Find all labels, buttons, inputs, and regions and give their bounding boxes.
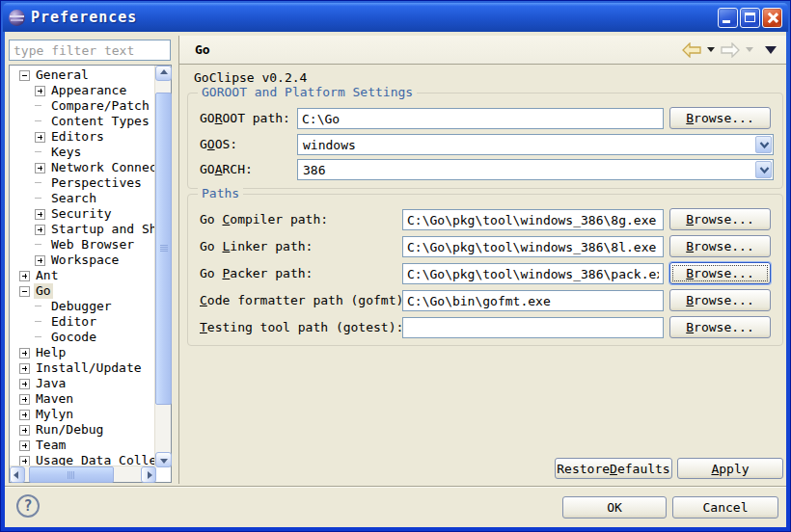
apply-button[interactable]: Apply (677, 458, 783, 479)
title-bar[interactable]: Preferences (3, 3, 788, 32)
expand-icon[interactable] (35, 209, 45, 220)
tree-item-compare-patch[interactable]: Compare/Patch (10, 98, 154, 114)
expand-icon[interactable] (35, 132, 45, 143)
tree-item-team[interactable]: Team (10, 438, 154, 453)
tree-item-help[interactable]: Help (10, 345, 154, 360)
tree-item-network-connect[interactable]: Network Connect (10, 160, 154, 175)
collapse-icon[interactable] (19, 70, 30, 81)
tree-item-label: Go (34, 283, 53, 299)
go-linker-path-label: Go Linker path: (200, 236, 313, 257)
tree-connector (35, 194, 45, 204)
expand-icon[interactable] (35, 86, 45, 96)
tree-item-perspectives[interactable]: Perspectives (10, 175, 154, 191)
tree-item-appearance[interactable]: Appearance (10, 83, 154, 98)
dropdown-button[interactable] (755, 136, 772, 153)
expand-icon[interactable] (35, 255, 45, 266)
goarch-label: GOARCH: (200, 159, 253, 180)
tree-item-maven[interactable]: Maven (10, 391, 154, 407)
scroll-right-button[interactable] (141, 466, 156, 483)
expand-icon[interactable] (35, 225, 45, 235)
tree-item-web-browser[interactable]: Web Browser (10, 237, 154, 253)
close-button[interactable] (762, 8, 782, 28)
vertical-scroll-thumb[interactable] (155, 93, 172, 405)
back-icon[interactable] (682, 42, 701, 58)
go-linker-path-input[interactable] (402, 236, 664, 257)
expand-icon[interactable] (35, 163, 45, 173)
expand-icon[interactable] (19, 456, 30, 466)
scroll-up-button[interactable] (155, 66, 172, 81)
forward-icon[interactable] (721, 42, 740, 58)
footer-separator (5, 486, 786, 488)
tree-item-security[interactable]: Security (10, 206, 154, 222)
back-menu-icon[interactable] (707, 47, 715, 52)
view-menu-icon[interactable] (765, 46, 777, 54)
eclipse-logo-icon (9, 10, 25, 26)
ok-button[interactable]: OK (562, 496, 667, 519)
code-formatter-path-gofmt-browse-button[interactable]: Browse... (669, 289, 771, 311)
testing-tool-path-gotest-browse-button[interactable]: Browse... (669, 316, 771, 338)
tree-item-editors[interactable]: Editors (10, 129, 154, 145)
scroll-left-button[interactable] (10, 466, 25, 483)
go-linker-path-browse-button[interactable]: Browse... (669, 235, 771, 257)
expand-icon[interactable] (19, 440, 30, 451)
tree-item-label: Content Types (49, 114, 151, 129)
expand-icon[interactable] (19, 379, 30, 389)
tree-item-editor[interactable]: Editor (10, 314, 154, 330)
tree-item-general[interactable]: General (10, 67, 154, 83)
goroot-path-input[interactable] (297, 108, 664, 129)
page-header: Go (179, 36, 786, 65)
testing-tool-path-gotest-input[interactable] (402, 317, 664, 338)
maximize-button[interactable] (740, 8, 760, 28)
go-compiler-path-input[interactable] (402, 209, 664, 230)
scroll-down-button[interactable] (155, 452, 172, 467)
tree-item-label: General (34, 67, 91, 83)
tree-item-install-update[interactable]: Install/Update (10, 360, 154, 376)
go-compiler-path-browse-button[interactable]: Browse... (669, 208, 771, 230)
goroot-path-label: GOROOT path: (200, 108, 290, 129)
expand-icon[interactable] (19, 363, 30, 374)
tree-item-content-types[interactable]: Content Types (10, 114, 154, 129)
tree-item-search[interactable]: Search (10, 191, 154, 206)
goos-select[interactable]: windows (297, 134, 774, 155)
tree-item-run-debug[interactable]: Run/Debug (10, 422, 154, 438)
go-packer-path-browse-button[interactable]: Browse... (669, 262, 771, 284)
goos-value: windows (298, 138, 754, 152)
forward-menu-icon[interactable] (746, 47, 753, 52)
tree-item-keys[interactable]: Keys (10, 145, 154, 160)
tree-item-label: Java (34, 376, 68, 391)
expand-icon[interactable] (19, 425, 30, 436)
restore-defaults-button[interactable]: Restore Defaults (555, 458, 672, 479)
filter-input[interactable] (9, 40, 171, 61)
goroot-path-browse-button[interactable]: Browse... (669, 107, 771, 129)
tree-item-mylyn[interactable]: Mylyn (10, 407, 154, 422)
goarch-select[interactable]: 386 (297, 159, 774, 180)
dropdown-button[interactable] (755, 161, 772, 178)
group-title: Paths (198, 186, 243, 200)
tree-horizontal-scrollbar[interactable] (10, 466, 156, 482)
expand-icon[interactable] (19, 271, 30, 281)
tree-item-gocode[interactable]: Gocode (10, 330, 154, 345)
expand-icon[interactable] (19, 394, 30, 405)
tree-item-usage-data-collect[interactable]: Usage Data Collect (10, 453, 154, 466)
goarch-value: 386 (298, 163, 754, 177)
tree-item-label: Editors (49, 129, 106, 145)
horizontal-scroll-thumb[interactable] (29, 466, 114, 483)
tree-vertical-scrollbar[interactable] (154, 66, 171, 467)
code-formatter-path-gofmt-input[interactable] (402, 290, 664, 311)
expand-icon[interactable] (19, 348, 30, 359)
tree-item-ant[interactable]: Ant (10, 268, 154, 283)
go-packer-path-input[interactable] (402, 263, 664, 284)
tree-item-startup-and-shu[interactable]: Startup and Shu (10, 222, 154, 237)
help-button[interactable]: ? (16, 494, 40, 518)
cancel-button[interactable]: Cancel (672, 496, 778, 519)
expand-icon[interactable] (19, 410, 30, 420)
tree-item-go[interactable]: Go (10, 283, 154, 299)
tree-item-label: Network Connect (49, 160, 154, 175)
tree-item-java[interactable]: Java (10, 376, 154, 391)
minimize-icon (723, 20, 730, 23)
minimize-button[interactable] (718, 8, 738, 28)
tree-item-debugger[interactable]: Debugger (10, 299, 154, 314)
tree-item-label: Install/Update (34, 360, 144, 376)
tree-item-workspace[interactable]: Workspace (10, 253, 154, 268)
collapse-icon[interactable] (19, 286, 30, 297)
